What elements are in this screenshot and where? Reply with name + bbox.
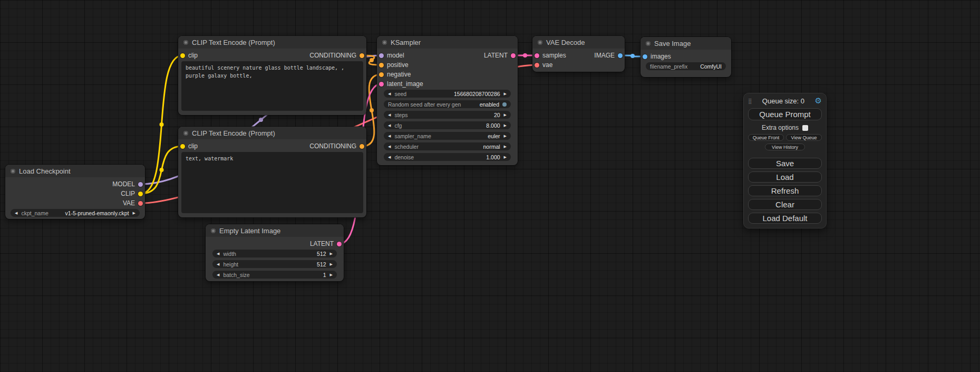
vae-output-dot[interactable] [138,201,143,206]
queue-prompt-button[interactable]: Queue Prompt [748,108,822,120]
load-button[interactable]: Load [748,171,822,183]
output-slot-conditioning[interactable]: CONDITIONING [309,52,364,59]
node-title-bar[interactable]: KSampler [377,36,518,49]
model-input-dot[interactable] [379,53,384,58]
denoise-widget[interactable]: denoise 1.000 [384,153,511,161]
decrement-arrow-icon[interactable] [217,273,219,276]
model-output-dot[interactable] [138,182,143,187]
node-title-bar[interactable]: Empty Latent Image [206,224,344,237]
decrement-arrow-icon[interactable] [388,134,391,138]
increment-arrow-icon[interactable] [504,123,507,127]
decrement-arrow-icon[interactable] [388,155,391,159]
input-slot-latent-image[interactable]: latent_image [377,79,518,89]
increment-arrow-icon[interactable] [330,273,333,276]
increment-arrow-icon[interactable] [330,262,333,266]
input-slot-clip[interactable]: clip [180,142,198,150]
vae-input-dot[interactable] [535,63,539,68]
seed-widget[interactable]: seed 156680208700286 [384,90,511,98]
input-slot-vae[interactable]: vae [532,60,625,70]
settings-gear-icon[interactable] [815,96,822,106]
clear-button[interactable]: Clear [748,199,822,210]
input-slot-negative[interactable]: negative [377,70,518,79]
clip-output-dot[interactable] [138,192,143,196]
width-widget[interactable]: width 512 [212,250,337,257]
negative-input-dot[interactable] [379,72,384,77]
latent-image-input-dot[interactable] [379,82,384,87]
decrement-arrow-icon[interactable] [388,145,391,148]
node-clip-text-encode-negative[interactable]: CLIP Text Encode (Prompt) clip CONDITION… [178,127,366,217]
filename-prefix-widget[interactable]: filename_prefix ComfyUI [646,62,726,70]
input-slot-positive[interactable]: positive [377,60,518,70]
comfyui-canvas[interactable]: { "colors": { "model": "#b39ddb", "clip"… [0,0,980,372]
extra-options-checkbox[interactable] [802,125,808,131]
node-load-checkpoint[interactable]: Load Checkpoint MODEL CLIP VAE ckpt_name… [5,165,145,219]
refresh-button[interactable]: Refresh [748,185,822,196]
collapse-dot-icon[interactable] [538,40,542,45]
wire-clip-to-positive-prompt[interactable] [141,55,182,194]
decrement-arrow-icon[interactable] [217,252,219,255]
increment-arrow-icon[interactable] [504,145,507,148]
increment-arrow-icon[interactable] [504,113,507,117]
wire-clip-to-negative-prompt[interactable] [141,146,182,194]
input-slot-model[interactable]: model [379,52,404,59]
increment-arrow-icon[interactable] [504,92,507,96]
increment-arrow-icon[interactable] [504,155,507,159]
conditioning-output-dot[interactable] [360,53,364,58]
batch-size-widget[interactable]: batch_size 1 [212,271,337,279]
sampler-name-widget[interactable]: sampler_name euler [384,132,511,140]
collapse-dot-icon[interactable] [646,41,651,46]
view-history-button[interactable]: View History [765,144,805,150]
increment-arrow-icon[interactable] [504,134,507,138]
latent-output-dot[interactable] [337,242,342,246]
collapse-dot-icon[interactable] [183,40,188,45]
output-slot-vae[interactable]: VAE [5,198,145,208]
node-title-bar[interactable]: Save Image [641,37,731,50]
drag-handle-icon[interactable] [748,98,752,104]
output-slot-latent[interactable]: LATENT [206,239,344,249]
scheduler-widget[interactable]: scheduler normal [384,142,511,150]
output-slot-image[interactable]: IMAGE [594,52,623,59]
increment-arrow-icon[interactable] [133,211,135,215]
image-output-dot[interactable] [618,53,623,58]
view-queue-button[interactable]: View Queue [786,134,822,141]
collapse-dot-icon[interactable] [183,131,188,136]
output-slot-latent[interactable]: LATENT [484,52,516,59]
output-slot-conditioning[interactable]: CONDITIONING [309,142,364,150]
steps-widget[interactable]: steps 20 [384,111,511,119]
decrement-arrow-icon[interactable] [388,113,391,117]
ckpt-name-widget[interactable]: ckpt_name v1-5-pruned-emaonly.ckpt [11,209,140,217]
collapse-dot-icon[interactable] [382,40,387,45]
collapse-dot-icon[interactable] [211,228,216,233]
input-slot-images[interactable]: images [641,52,731,61]
input-slot-clip[interactable]: clip [180,52,198,59]
clip-input-dot[interactable] [180,144,185,149]
decrement-arrow-icon[interactable] [388,92,391,96]
prompt-textarea[interactable]: text, watermark [181,152,363,213]
node-title-bar[interactable]: CLIP Text Encode (Prompt) [178,127,366,139]
toggle-dot-icon[interactable] [502,102,507,107]
decrement-arrow-icon[interactable] [217,262,219,266]
save-button[interactable]: Save [748,158,822,169]
output-slot-model[interactable]: MODEL [5,179,145,189]
node-title-bar[interactable]: CLIP Text Encode (Prompt) [178,36,366,49]
node-save-image[interactable]: Save Image images filename_prefix ComfyU… [641,37,731,77]
decrement-arrow-icon[interactable] [388,123,391,127]
collapse-dot-icon[interactable] [11,169,15,174]
samples-input-dot[interactable] [535,53,539,58]
latent-output-dot[interactable] [511,53,516,58]
positive-input-dot[interactable] [379,63,384,68]
conditioning-output-dot[interactable] [360,144,364,149]
node-title-bar[interactable]: Load Checkpoint [5,165,145,177]
images-input-dot[interactable] [643,54,647,59]
cfg-widget[interactable]: cfg 8.000 [384,121,511,129]
node-vae-decode[interactable]: VAE Decode samples IMAGE vae [532,36,625,72]
node-clip-text-encode-positive[interactable]: CLIP Text Encode (Prompt) clip CONDITION… [178,36,366,115]
random-seed-toggle-widget[interactable]: Random seed after every gen enabled [384,100,511,108]
queue-front-button[interactable]: Queue Front [748,134,784,141]
node-empty-latent-image[interactable]: Empty Latent Image LATENT width 512 heig… [206,224,344,281]
node-title-bar[interactable]: VAE Decode [532,36,625,49]
input-slot-samples[interactable]: samples [535,52,566,59]
output-slot-clip[interactable]: CLIP [5,189,145,198]
increment-arrow-icon[interactable] [330,252,333,255]
node-ksampler[interactable]: KSampler model LATENT positive negative … [377,36,518,165]
